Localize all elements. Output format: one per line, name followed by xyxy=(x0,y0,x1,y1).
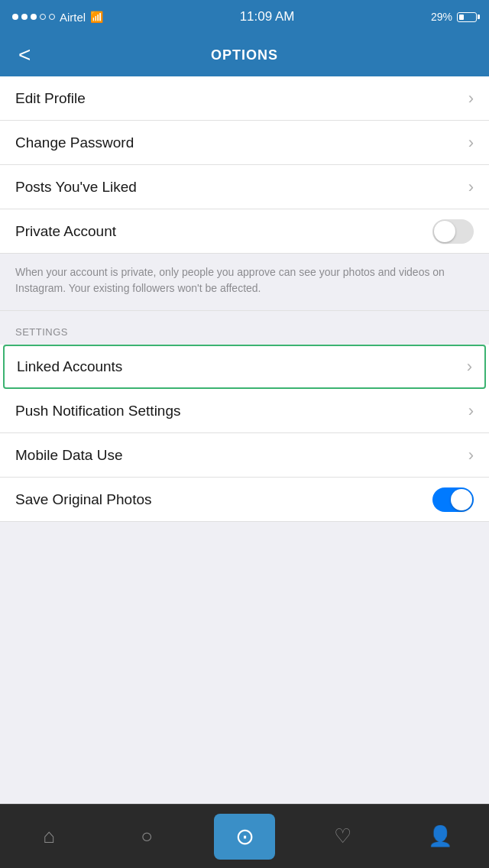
battery-percent: 29% xyxy=(431,11,452,23)
change-password-item[interactable]: Change Password › xyxy=(0,121,489,165)
tab-home[interactable]: ⌂ xyxy=(18,814,79,860)
back-button[interactable]: < xyxy=(12,40,37,70)
wifi-icon: 📶 xyxy=(90,11,103,23)
settings-header-label: SETTINGS xyxy=(15,326,68,338)
mobile-data-chevron: › xyxy=(468,445,474,465)
edit-profile-item[interactable]: Edit Profile › xyxy=(0,76,489,121)
push-notifications-chevron: › xyxy=(468,401,474,421)
settings-content: Linked Accounts › Push Notification Sett… xyxy=(0,345,489,522)
toggle-thumb xyxy=(434,221,455,242)
signal-dot-2 xyxy=(21,14,28,20)
posts-liked-item[interactable]: Posts You've Liked › xyxy=(0,165,489,209)
menu-content: Edit Profile › Change Password › Posts Y… xyxy=(0,76,489,254)
posts-liked-label: Posts You've Liked xyxy=(15,179,137,196)
private-account-label: Private Account xyxy=(15,223,116,240)
nav-title: OPTIONS xyxy=(211,47,278,63)
signal-dot-3 xyxy=(31,14,37,20)
nav-bar: < OPTIONS xyxy=(0,34,489,76)
carrier-label: Airtel xyxy=(60,11,86,24)
edit-profile-label: Edit Profile xyxy=(15,90,86,107)
status-bar: Airtel 📶 11:09 AM 29% xyxy=(0,0,489,34)
tab-activity[interactable]: ♡ xyxy=(312,814,373,860)
heart-icon: ♡ xyxy=(334,824,351,848)
change-password-label: Change Password xyxy=(15,134,134,151)
tab-bar: ⌂ ○ ⊙ ♡ 👤 xyxy=(0,804,489,868)
status-time: 11:09 AM xyxy=(240,9,295,24)
linked-accounts-label: Linked Accounts xyxy=(17,358,122,375)
mobile-data-label: Mobile Data Use xyxy=(15,447,122,464)
save-photos-item: Save Original Photos xyxy=(0,478,489,522)
status-right: 29% xyxy=(431,11,477,23)
home-icon: ⌂ xyxy=(43,824,55,848)
signal-dot-5 xyxy=(49,14,55,20)
save-photos-toggle-thumb xyxy=(451,489,472,510)
mobile-data-item[interactable]: Mobile Data Use › xyxy=(0,433,489,478)
signal-dot-4 xyxy=(40,14,46,20)
battery-icon xyxy=(457,12,477,22)
linked-accounts-item[interactable]: Linked Accounts › xyxy=(3,345,486,389)
save-photos-toggle[interactable] xyxy=(432,487,474,512)
linked-accounts-chevron: › xyxy=(467,357,472,377)
save-photos-label: Save Original Photos xyxy=(15,491,152,508)
private-account-item: Private Account xyxy=(0,209,489,254)
push-notifications-item[interactable]: Push Notification Settings › xyxy=(0,389,489,433)
change-password-chevron: › xyxy=(468,133,474,153)
signal-dots xyxy=(12,14,55,20)
signal-dot-1 xyxy=(12,14,18,20)
status-left: Airtel 📶 xyxy=(12,11,103,24)
settings-section-header: SETTINGS xyxy=(0,311,489,345)
tab-profile[interactable]: 👤 xyxy=(410,814,471,860)
camera-icon: ⊙ xyxy=(235,823,254,850)
tab-search[interactable]: ○ xyxy=(116,814,177,860)
private-account-description-block: When your account is private, only peopl… xyxy=(0,254,489,311)
search-icon: ○ xyxy=(141,824,153,848)
tab-camera[interactable]: ⊙ xyxy=(214,814,275,860)
push-notifications-label: Push Notification Settings xyxy=(15,403,181,419)
edit-profile-chevron: › xyxy=(468,89,474,108)
private-account-toggle[interactable] xyxy=(432,219,474,244)
profile-icon: 👤 xyxy=(428,824,452,848)
posts-liked-chevron: › xyxy=(468,177,474,197)
private-account-description: When your account is private, only peopl… xyxy=(15,266,445,294)
